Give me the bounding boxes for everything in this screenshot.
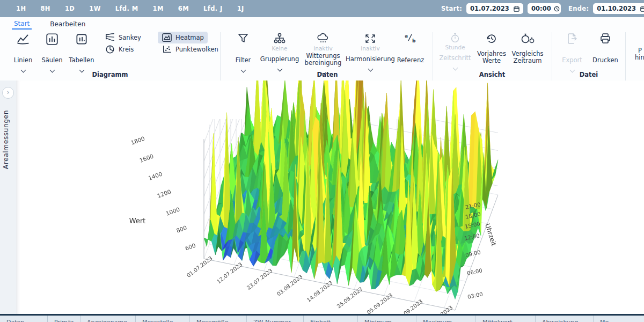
start-date-value: 01.07.2023 (470, 5, 509, 12)
rain-cloud-icon (316, 32, 330, 45)
ribbon-button-saeulen[interactable]: Säulen (39, 32, 65, 74)
status-column: Einheit (304, 316, 358, 322)
tab-bearbeiten[interactable]: Bearbeiten (48, 19, 87, 29)
top-time-range-bar: 1H 8H 1D 1W Lfd. M 1M 6M Lfd. J 1J Start… (0, 0, 644, 17)
date-range-controls: Start: 01.07.2023 00:00 Ende: 01.10.2023… (441, 0, 644, 17)
history-icon (485, 32, 498, 45)
witterung-sublabel: inaktiv (302, 46, 345, 52)
ribbon-button-heatmap[interactable]: Heatmap (158, 32, 208, 43)
group-label-ansicht: Ansicht (463, 71, 522, 78)
sidebar-title-arealmessungen: Arealmessungen (2, 110, 10, 169)
end-date-input[interactable]: 01.10.2023 (593, 3, 644, 14)
status-column: Messgröße (190, 316, 247, 322)
range-button-1d[interactable]: 1D (65, 5, 75, 12)
harmonize-arrows-icon (364, 32, 377, 45)
ribbon-button-witterungsbereinigung[interactable]: inaktiv Witterungs bereinigung (302, 32, 345, 77)
filter-label: Filter (230, 57, 257, 64)
ribbon-button-zeitschritt[interactable]: Stunde Zeitschritt (438, 32, 472, 72)
group-divider (625, 32, 626, 84)
bar-chart-icon (45, 32, 59, 46)
chevron-down-icon (49, 68, 55, 73)
status-column: Abweichung (536, 316, 594, 322)
tabellen-label: Tabellen (68, 57, 95, 64)
scatter-plot-icon (162, 45, 172, 54)
ribbon-button-filter[interactable]: Filter (230, 32, 257, 74)
group-label-diagramm: Diagramm (80, 71, 140, 78)
harmonisierung-label: Harmonisierung (346, 56, 395, 63)
ribbon-button-harmonisierung[interactable]: inaktiv Harmonisierung (346, 32, 395, 73)
start-time-value: 00:00 (531, 5, 551, 12)
status-column: Anzeigename (80, 316, 136, 322)
ribbon-button-partial-right[interactable]: P hin (635, 32, 644, 61)
range-button-1m[interactable]: 1M (153, 5, 164, 12)
ribbon-button-drucken[interactable]: Drucken (590, 32, 620, 64)
group-divider (220, 32, 221, 84)
status-column: Messstelle (136, 316, 190, 322)
start-date-input[interactable]: 01.07.2023 (466, 3, 523, 14)
sidebar-expand-button[interactable]: › (2, 87, 14, 99)
heatmap-icon (162, 33, 172, 42)
filter-icon (237, 32, 250, 45)
range-button-8h[interactable]: 8H (40, 5, 50, 12)
ribbon-button-vergleichs-zeitraum[interactable]: Vergleichs Zeitraum (509, 32, 546, 64)
vorjahres-label-line2: Werte (473, 57, 510, 64)
chart-panel (16, 80, 644, 314)
ribbon-button-linien[interactable]: Linien (10, 32, 36, 74)
end-label: Ende: (568, 5, 589, 12)
ribbon-button-sankey[interactable]: Sankey (101, 32, 145, 43)
export-label: Export (558, 57, 586, 64)
stopwatch-icon (449, 32, 461, 44)
vergleich-label-line2: Zeitraum (509, 57, 546, 64)
ribbon-button-gruppierung[interactable]: Keine Gruppierung (259, 32, 301, 73)
table-icon (75, 32, 89, 46)
status-column: Primär (48, 316, 80, 322)
ribbon-button-kreis[interactable]: Kreis (101, 43, 137, 55)
chevron-down-icon (277, 67, 282, 72)
range-button-lfd-j[interactable]: Lfd. J (203, 5, 223, 12)
surface-plot-canvas[interactable] (16, 80, 644, 314)
kreis-label: Kreis (119, 46, 134, 53)
pie-chart-icon (105, 45, 115, 54)
main-content-area: › Arealmessungen (0, 80, 644, 314)
status-column: Maximum (416, 316, 476, 322)
bottom-table-header: Daten Primär Anzeigename Messstelle Mess… (0, 314, 644, 322)
punktewolken-label: Punktewolken (175, 46, 218, 53)
status-column: ZW-Nummer (247, 316, 304, 322)
status-column: Me (594, 316, 644, 322)
group-label-datei: Datei (559, 71, 618, 78)
tab-start[interactable]: Start (12, 19, 32, 30)
chevron-down-icon (452, 65, 458, 71)
chevron-down-icon (368, 67, 373, 72)
range-button-1j[interactable]: 1J (237, 5, 244, 12)
ribbon-button-vorjahres-werte[interactable]: Vorjahres Werte (473, 32, 510, 64)
witterung-label-line2: bereinigung (302, 60, 345, 67)
range-button-1h[interactable]: 1H (16, 5, 26, 12)
svg-text:b: b (412, 38, 416, 43)
sankey-label: Sankey (119, 34, 141, 41)
range-button-6m[interactable]: 6M (178, 5, 189, 12)
ribbon-button-referenz[interactable]: ab Referenz (395, 32, 426, 64)
compare-stopwatch-icon (520, 32, 535, 45)
referenz-label: Referenz (395, 57, 426, 64)
group-divider (433, 32, 433, 84)
group-label-daten: Daten (298, 71, 357, 78)
ribbon-button-export[interactable]: Export (558, 32, 586, 74)
time-range-buttons: 1H 8H 1D 1W Lfd. M 1M 6M Lfd. J 1J (0, 5, 244, 12)
chevron-down-icon (240, 68, 246, 73)
range-button-1w[interactable]: 1W (89, 5, 101, 12)
linien-label: Linien (10, 57, 36, 64)
chevron-down-icon (20, 68, 26, 73)
a-b-reference-icon: ab (402, 32, 419, 45)
zeitschritt-label: Zeitschritt (438, 55, 472, 62)
sankey-icon (105, 33, 115, 42)
ribbon-button-tabellen[interactable]: Tabellen (68, 32, 95, 74)
gruppierung-sublabel: Keine (259, 46, 301, 52)
saeulen-label: Säulen (39, 57, 65, 64)
range-button-lfd-m[interactable]: Lfd. M (115, 5, 138, 12)
start-label: Start: (441, 5, 462, 12)
ribbon-toolbar: Start Bearbeiten Linien Säulen Tabellen … (0, 17, 644, 82)
status-column: Minimum (358, 316, 416, 322)
calendar-icon (640, 6, 644, 12)
ribbon-button-punktewolken[interactable]: Punktewolken (158, 43, 222, 55)
start-time-input[interactable]: 00:00 (528, 3, 561, 14)
